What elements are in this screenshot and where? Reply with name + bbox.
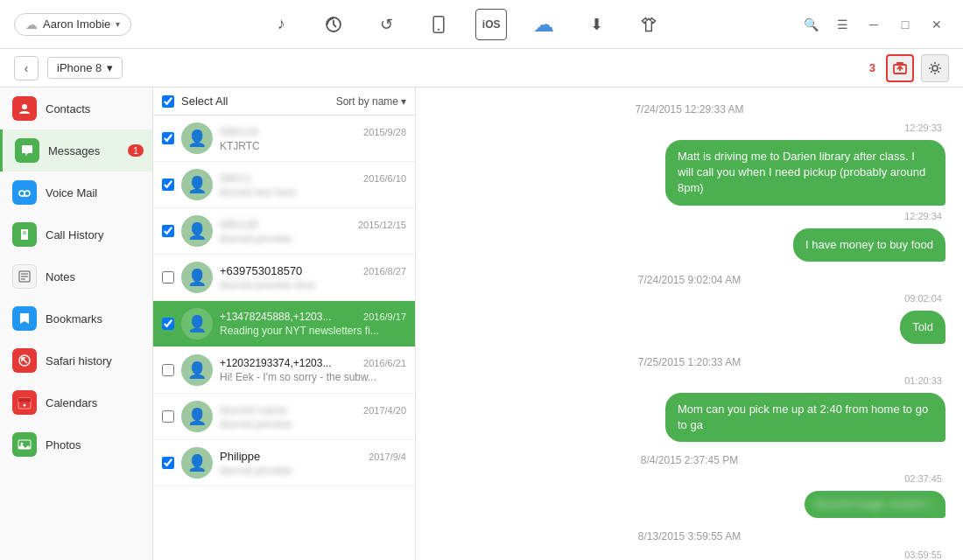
sidebar-item-photos[interactable]: Photos: [0, 424, 152, 466]
item-checkbox[interactable]: [162, 318, 174, 330]
item-checkbox[interactable]: [162, 457, 174, 469]
contact-name: +13478245888,+1203...: [220, 311, 331, 323]
iphone-label: iPhone 8: [57, 61, 102, 74]
list-item[interactable]: 👤 08611 2016/6/10 blurred text here: [153, 162, 415, 208]
select-all-checkbox[interactable]: [162, 95, 174, 108]
date-divider: 7/24/2015 12:29:33 AM: [433, 103, 945, 116]
sidebar-item-safari-history[interactable]: Safari history: [0, 340, 152, 382]
date-divider: 7/24/2015 9:02:04 AM: [433, 274, 945, 286]
device-chevron-icon: ▾: [107, 61, 113, 74]
item-checkbox[interactable]: [162, 271, 174, 284]
sidebar-item-bookmarks[interactable]: Bookmarks: [0, 298, 152, 340]
settings-button[interactable]: [921, 54, 949, 82]
svg-point-22: [24, 404, 26, 407]
list-item[interactable]: 👤 +639753018570 2016/8/27 blurred previe…: [153, 255, 415, 301]
message-date: 2016/8/27: [363, 266, 406, 276]
download-icon-btn[interactable]: ⬇: [580, 9, 612, 40]
safari-history-icon: [12, 348, 37, 373]
sidebar-item-voicemail[interactable]: Voice Mail: [0, 172, 152, 214]
export-button[interactable]: [886, 54, 914, 82]
item-checkbox[interactable]: [162, 225, 174, 237]
time-label: 03:59:55: [433, 550, 945, 560]
date-divider: 7/25/2015 1:20:33 AM: [433, 356, 945, 368]
list-item[interactable]: 👤 085139 2015/12/15 blurred preview: [153, 208, 415, 255]
avatar: 👤: [181, 354, 213, 386]
time-label: 09:02:04: [433, 293, 945, 304]
sidebar-item-call-history[interactable]: Call History: [0, 214, 152, 256]
message-bubble-row: Mom can you pick me up at 2:40 from home…: [433, 393, 945, 442]
contact-name: +12032193374,+1203...: [220, 357, 331, 369]
sidebar-safari-history-label: Safari history: [46, 354, 112, 368]
sort-button[interactable]: Sort by name ▾: [336, 95, 406, 108]
chat-area: 7/24/2015 12:29:33 AM 12:29:33 Matt is d…: [416, 88, 963, 560]
account-button[interactable]: ☁ Aaron Imobie ▾: [14, 13, 131, 36]
sub-header: ‹ iPhone 8 ▾ 3: [0, 49, 963, 88]
message-bubble-row: blurred image content □: [433, 491, 945, 517]
sidebar-item-contacts[interactable]: Contacts: [0, 88, 152, 130]
message-date: 2016/6/21: [363, 358, 406, 368]
history-icon-btn[interactable]: [318, 9, 349, 40]
item-checkbox[interactable]: [162, 178, 174, 191]
avatar: 👤: [181, 169, 213, 200]
list-item[interactable]: 👤 086119 2015/9/28 KTJRTC: [153, 116, 415, 162]
sidebar-item-messages[interactable]: Messages 1: [0, 130, 152, 172]
item-checkbox[interactable]: [162, 132, 174, 144]
message-content: blurred name 2017/4/20 blurred preview: [220, 403, 406, 430]
avatar: 👤: [181, 122, 213, 154]
messages-icon: [15, 138, 39, 163]
time-label: 12:29:34: [433, 211, 945, 221]
message-preview: blurred preview: [220, 465, 406, 477]
date-divider: 8/13/2015 3:59:55 AM: [433, 530, 945, 542]
ios-icon-btn[interactable]: iOS: [475, 9, 507, 40]
message-bubble: Told: [900, 311, 945, 344]
sort-label: Sort by name: [336, 95, 398, 108]
device-button[interactable]: iPhone 8 ▾: [47, 57, 123, 79]
call-history-icon: [12, 222, 37, 247]
cloud-active-btn[interactable]: ☁: [528, 9, 559, 40]
menu-btn[interactable]: ☰: [830, 12, 854, 37]
list-item[interactable]: 👤 blurred name 2017/4/20 blurred preview: [153, 394, 415, 440]
sidebar-bookmarks-label: Bookmarks: [46, 312, 102, 326]
title-icons: ♪ ↺ iOS ☁ ⬇: [145, 9, 784, 40]
item-checkbox[interactable]: [162, 410, 174, 423]
back-button[interactable]: ‹: [14, 56, 39, 80]
message-preview: blurred preview: [220, 233, 406, 245]
contact-name: +639753018570: [220, 264, 302, 277]
chevron-down-icon: ▾: [116, 19, 120, 29]
close-btn[interactable]: ✕: [924, 12, 949, 37]
message-content: 085139 2015/12/15 blurred preview: [220, 218, 406, 245]
avatar: 👤: [181, 308, 213, 340]
sidebar-contacts-label: Contacts: [46, 102, 90, 116]
time-label: 01:20:33: [433, 375, 945, 386]
list-item[interactable]: 👤 +13478245888,+1203... 2016/9/17 Readin…: [153, 301, 415, 347]
list-item[interactable]: 👤 +12032193374,+1203... 2016/6/21 Hi! Ee…: [153, 347, 415, 394]
contact-name: Philippe: [220, 450, 260, 463]
list-item[interactable]: 👤 Philippe 2017/9/4 blurred preview: [153, 440, 415, 486]
minimize-btn[interactable]: ─: [861, 12, 886, 37]
maximize-btn[interactable]: □: [893, 12, 917, 37]
message-list-header: Select All Sort by name ▾: [153, 88, 415, 116]
sidebar: Contacts Messages 1 Voice Mail Call Hist…: [0, 88, 153, 560]
message-date: 2017/4/20: [363, 405, 406, 416]
svg-point-8: [25, 191, 30, 196]
item-checkbox[interactable]: [162, 364, 174, 376]
search-btn[interactable]: 🔍: [798, 12, 823, 37]
svg-rect-21: [18, 398, 31, 402]
tshirt-icon-btn[interactable]: [633, 9, 664, 40]
music-icon-btn[interactable]: ♪: [265, 9, 297, 40]
message-items: 👤 086119 2015/9/28 KTJRTC 👤 08611 2016/6…: [153, 116, 415, 560]
sync-icon-btn[interactable]: ↺: [370, 9, 402, 40]
sidebar-calendars-label: Calendars: [46, 396, 97, 410]
sidebar-item-notes[interactable]: Notes: [0, 256, 152, 298]
svg-point-5: [932, 66, 938, 71]
notes-icon: [12, 264, 37, 289]
sidebar-voicemail-label: Voice Mail: [46, 186, 97, 200]
message-bubble: I have money to buy food: [793, 228, 945, 262]
message-bubble: Mom can you pick me up at 2:40 from home…: [665, 393, 945, 442]
sidebar-item-calendars[interactable]: Calendars: [0, 382, 152, 424]
time-label: 12:29:33: [433, 122, 945, 133]
chat-messages: 7/24/2015 12:29:33 AM 12:29:33 Matt is d…: [416, 88, 963, 560]
phone-icon-btn[interactable]: [423, 9, 454, 40]
select-all-label: Select All: [181, 94, 228, 108]
contact-name: 08611: [220, 172, 251, 185]
